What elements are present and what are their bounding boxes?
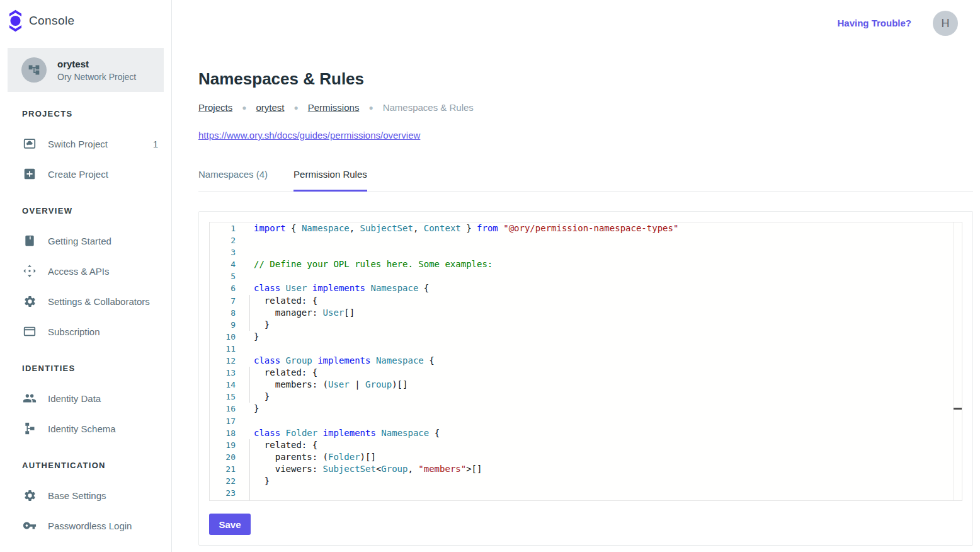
code-line: 10} xyxy=(210,331,962,343)
sidebar-item-label: Subscription xyxy=(48,326,100,337)
schema-icon xyxy=(23,422,37,435)
docs-link[interactable]: https://www.ory.sh/docs/guides/permissio… xyxy=(198,130,420,141)
sidebar-item-identity-data[interactable]: Identity Data xyxy=(0,383,171,413)
project-type: Ory Network Project xyxy=(57,72,136,82)
sidebar-item-label: Passwordless Login xyxy=(48,520,132,531)
code-line: 6class User implements Namespace { xyxy=(210,282,962,294)
code-editor[interactable]: 1import { Namespace, SubjectSet, Context… xyxy=(209,222,962,501)
sidebar-item-base-settings[interactable]: Base Settings xyxy=(0,480,171,510)
breadcrumb-permissions[interactable]: Permissions xyxy=(308,102,360,113)
code-line: 2 xyxy=(210,234,962,246)
save-button[interactable]: Save xyxy=(209,514,251,535)
gear-icon xyxy=(23,488,37,502)
sidebar-item-identity-schema[interactable]: Identity Schema xyxy=(0,413,171,444)
section-label: IDENTITIES xyxy=(0,364,171,374)
app-title: Console xyxy=(29,14,75,28)
page-title: Namespaces & Rules xyxy=(198,69,973,89)
sidebar-item-label: Access & APIs xyxy=(48,266,110,277)
tab-namespaces[interactable]: Namespaces (4) xyxy=(198,169,268,192)
code-line: 13 related: { xyxy=(210,367,962,379)
key-icon xyxy=(23,519,37,532)
sidebar-item-passwordless-login[interactable]: Passwordless Login xyxy=(0,510,171,541)
sidebar-section-authentication: AUTHENTICATION Base Settings Passwordles… xyxy=(0,444,171,541)
code-line: 19 related: { xyxy=(210,439,962,451)
code-line: 1import { Namespace, SubjectSet, Context… xyxy=(210,222,962,234)
sidebar-item-subscription[interactable]: Subscription xyxy=(0,316,171,347)
account-tree-icon xyxy=(28,64,40,76)
section-label: PROJECTS xyxy=(0,109,171,119)
code-line: 7 related: { xyxy=(210,295,962,307)
sidebar-item-label: Settings & Collaborators xyxy=(48,296,150,307)
credit-card-icon xyxy=(23,325,37,338)
sidebar-item-label: Identity Schema xyxy=(48,423,116,434)
code-line: 15 } xyxy=(210,391,962,403)
permission-rules-panel: 1import { Namespace, SubjectSet, Context… xyxy=(198,211,973,546)
code-line: 16} xyxy=(210,403,962,415)
overview-ruler[interactable] xyxy=(953,222,962,500)
sidebar-item-label: Base Settings xyxy=(48,490,106,501)
gear-icon xyxy=(23,294,37,308)
project-count-badge: 1 xyxy=(153,139,158,149)
people-icon xyxy=(23,391,37,405)
section-label: AUTHENTICATION xyxy=(0,461,171,471)
sidebar-item-label: Create Project xyxy=(48,169,108,180)
sidebar-item-label: Getting Started xyxy=(48,236,111,246)
sidebar-section-projects: PROJECTS Switch Project 1 Create Project xyxy=(0,92,171,189)
breadcrumb-projects[interactable]: Projects xyxy=(198,102,232,113)
code-line: 21 viewers: SubjectSet<Group, "members">… xyxy=(210,463,962,475)
breadcrumb-separator: ● xyxy=(242,103,246,112)
tab-permission-rules[interactable]: Permission Rules xyxy=(293,169,367,192)
code-line: 5 xyxy=(210,270,962,282)
sidebar-item-create-project[interactable]: Create Project xyxy=(0,159,171,189)
section-label: OVERVIEW xyxy=(0,206,171,216)
arrows-icon xyxy=(23,264,37,278)
code-line: 12class Group implements Namespace { xyxy=(210,355,962,367)
project-name: orytest xyxy=(57,59,136,69)
sidebar-item-access-apis[interactable]: Access & APIs xyxy=(0,256,171,286)
main-content: Namespaces & Rules Projects ● orytest ● … xyxy=(198,0,973,546)
sidebar-item-label: Identity Data xyxy=(48,393,101,404)
code-line: 8 manager: User[] xyxy=(210,307,962,319)
create-project-icon xyxy=(23,167,37,181)
breadcrumb-orytest[interactable]: orytest xyxy=(256,102,284,113)
current-project-card[interactable]: orytest Ory Network Project xyxy=(8,48,164,92)
sidebar: Console orytest Ory Network Project PROJ… xyxy=(0,0,172,552)
project-avatar xyxy=(21,57,47,83)
cursor-position-marker xyxy=(954,408,962,410)
breadcrumb-current: Namespaces & Rules xyxy=(383,102,474,113)
sidebar-item-settings-collaborators[interactable]: Settings & Collaborators xyxy=(0,286,171,316)
sidebar-item-label: Switch Project xyxy=(48,139,108,149)
sidebar-item-switch-project[interactable]: Switch Project 1 xyxy=(0,129,171,159)
code-line: 3 xyxy=(210,246,962,258)
code-line: 9 } xyxy=(210,319,962,331)
code-line: 22 } xyxy=(210,475,962,487)
code-line: 20 parents: (Folder)[] xyxy=(210,451,962,463)
code-line: 18class Folder implements Namespace { xyxy=(210,427,962,439)
breadcrumb-separator: ● xyxy=(368,103,373,112)
console-logo[interactable]: Console xyxy=(0,0,171,33)
code-line: 11 xyxy=(210,343,962,355)
breadcrumb-separator: ● xyxy=(293,103,298,112)
book-icon xyxy=(23,234,37,248)
code-lines: 1import { Namespace, SubjectSet, Context… xyxy=(210,222,962,501)
ory-logo-icon xyxy=(8,9,23,32)
code-line: 23 xyxy=(210,487,962,499)
switch-project-icon xyxy=(23,137,37,151)
code-line: 17 xyxy=(210,415,962,427)
code-line: 4// Define your OPL rules here. Some exa… xyxy=(210,258,962,270)
code-line: 14 members: (User | Group)[] xyxy=(210,379,962,391)
sidebar-section-identities: IDENTITIES Identity Data Identity Schema xyxy=(0,347,171,444)
sidebar-section-overview: OVERVIEW Getting Started Access & APIs S… xyxy=(0,189,171,347)
breadcrumb: Projects ● orytest ● Permissions ● Names… xyxy=(198,102,973,113)
code-line: 24 permits = { xyxy=(210,499,962,501)
tab-bar: Namespaces (4) Permission Rules xyxy=(198,169,973,192)
sidebar-item-getting-started[interactable]: Getting Started xyxy=(0,226,171,256)
